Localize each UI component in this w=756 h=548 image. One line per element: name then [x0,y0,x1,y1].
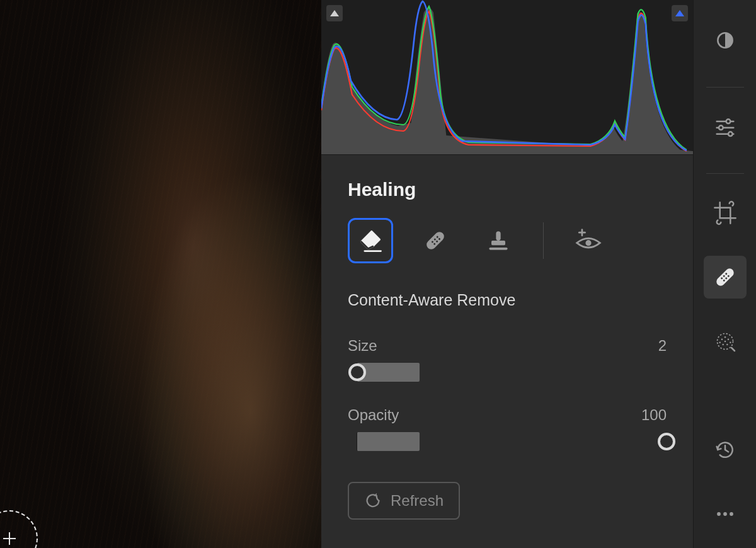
visualize-spots-toggle[interactable] [568,220,609,261]
size-slider-track[interactable] [348,363,667,381]
svg-point-19 [719,125,723,130]
edit-panel-button[interactable] [704,19,747,62]
svg-point-31 [727,338,729,340]
opacity-value[interactable]: 100 [641,406,667,424]
svg-rect-21 [714,267,735,288]
refresh-button[interactable]: Refresh [348,482,460,520]
svg-rect-1 [425,230,446,251]
histogram[interactable] [321,0,693,155]
stamp-icon [484,227,512,254]
separator [706,87,744,88]
content-aware-remove-tool[interactable] [348,218,393,263]
svg-point-37 [717,512,721,516]
svg-point-38 [723,512,727,516]
more-horizontal-icon [713,501,738,527]
brush-cursor-indicator [0,510,38,548]
healing-panel: Healing [321,0,693,548]
svg-point-39 [730,512,733,516]
versions-button[interactable] [704,428,747,471]
opacity-slider-thumb[interactable] [658,433,675,450]
panel-title: Healing [348,179,667,200]
crop-icon [713,200,738,225]
opacity-label: Opacity [348,406,399,424]
healing-tool-tabs [348,218,667,263]
size-value[interactable]: 2 [658,337,667,355]
bandage-icon [421,227,449,254]
size-slider: Size 2 [348,337,667,381]
more-options-button[interactable] [704,493,747,535]
svg-point-34 [730,341,731,343]
right-tool-rail [693,0,756,548]
masking-panel-button[interactable] [704,320,747,363]
opacity-slider: Opacity 100 [348,406,667,450]
bandage-icon [713,265,738,290]
svg-point-30 [721,338,723,340]
crop-panel-button[interactable] [704,191,747,234]
svg-point-20 [728,132,733,136]
edit-icon [713,28,738,53]
presets-panel-button[interactable] [704,105,747,148]
sliders-icon [713,114,738,139]
svg-point-36 [726,344,728,346]
svg-point-11 [585,240,591,246]
refresh-icon [364,492,382,510]
svg-rect-10 [489,248,507,250]
heal-tool[interactable] [415,220,456,261]
clone-tool[interactable] [478,220,519,261]
healing-panel-button[interactable] [704,256,747,299]
svg-point-33 [724,341,726,343]
separator [543,222,544,259]
svg-point-32 [719,341,721,343]
opacity-slider-track[interactable] [348,433,667,450]
svg-point-35 [722,344,724,346]
eraser-icon [357,227,384,254]
svg-rect-8 [496,231,500,241]
refresh-label: Refresh [391,492,444,510]
histogram-chart [321,0,693,154]
image-canvas[interactable] [0,0,321,548]
tool-mode-label: Content-Aware Remove [348,291,667,309]
svg-rect-9 [491,241,505,245]
size-slider-thumb[interactable] [348,363,366,381]
svg-point-29 [724,336,726,338]
mask-icon [713,329,738,354]
history-icon [713,437,738,462]
size-label: Size [348,337,377,355]
eye-plus-icon [575,227,602,254]
svg-point-18 [726,119,730,123]
separator [706,173,744,174]
